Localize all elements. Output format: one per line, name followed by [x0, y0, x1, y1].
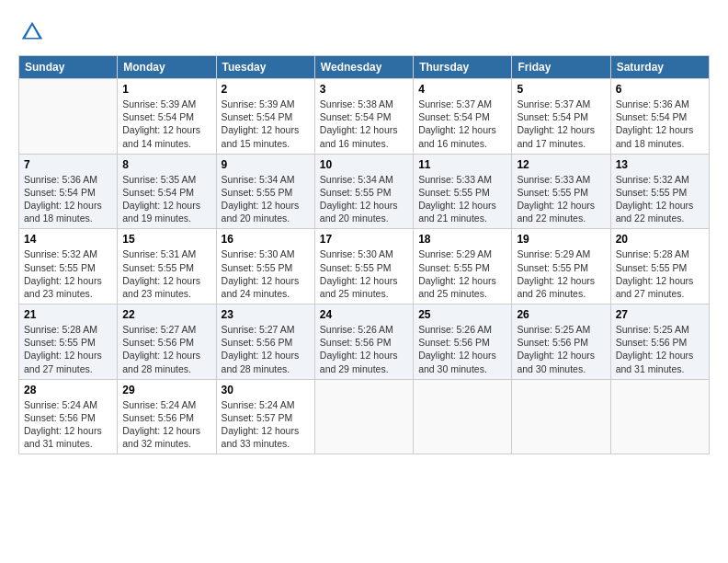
- calendar-cell: 17Sunrise: 5:30 AMSunset: 5:55 PMDayligh…: [314, 229, 413, 304]
- calendar-cell: 10Sunrise: 5:34 AMSunset: 5:55 PMDayligh…: [314, 154, 413, 229]
- calendar-cell: 24Sunrise: 5:26 AMSunset: 5:56 PMDayligh…: [314, 304, 413, 380]
- day-number: 19: [517, 233, 605, 246]
- calendar-cell: 6Sunrise: 5:36 AMSunset: 5:54 PMDaylight…: [610, 79, 709, 155]
- calendar-cell: 12Sunrise: 5:33 AMSunset: 5:55 PMDayligh…: [512, 154, 610, 229]
- calendar-cell: 27Sunrise: 5:25 AMSunset: 5:56 PMDayligh…: [610, 304, 709, 380]
- day-number: 20: [616, 233, 704, 246]
- calendar-cell: 25Sunrise: 5:26 AMSunset: 5:56 PMDayligh…: [414, 304, 512, 380]
- calendar-cell: 9Sunrise: 5:34 AMSunset: 5:55 PMDaylight…: [216, 154, 314, 229]
- calendar-week-row: 1Sunrise: 5:39 AMSunset: 5:54 PMDaylight…: [19, 79, 710, 155]
- calendar-cell: 26Sunrise: 5:25 AMSunset: 5:56 PMDayligh…: [512, 304, 610, 380]
- day-number: 8: [122, 158, 210, 171]
- calendar-cell: 4Sunrise: 5:37 AMSunset: 5:54 PMDaylight…: [414, 79, 512, 155]
- day-number: 6: [616, 83, 704, 96]
- day-info: Sunrise: 5:24 AMSunset: 5:57 PMDaylight:…: [222, 398, 310, 451]
- day-info: Sunrise: 5:36 AMSunset: 5:54 PMDaylight:…: [616, 98, 704, 150]
- day-info: Sunrise: 5:29 AMSunset: 5:55 PMDaylight:…: [517, 247, 605, 300]
- day-number: 13: [616, 158, 704, 171]
- calendar-cell: 7Sunrise: 5:36 AMSunset: 5:54 PMDaylight…: [19, 154, 118, 229]
- day-info: Sunrise: 5:32 AMSunset: 5:55 PMDaylight:…: [616, 173, 704, 225]
- weekday-header: Friday: [512, 56, 610, 79]
- calendar-cell: 18Sunrise: 5:29 AMSunset: 5:55 PMDayligh…: [414, 229, 512, 304]
- calendar-cell: 30Sunrise: 5:24 AMSunset: 5:57 PMDayligh…: [216, 379, 314, 454]
- weekday-header: Tuesday: [216, 56, 314, 79]
- calendar-cell: 11Sunrise: 5:33 AMSunset: 5:55 PMDayligh…: [414, 154, 512, 229]
- day-info: Sunrise: 5:37 AMSunset: 5:54 PMDaylight:…: [517, 98, 605, 150]
- day-info: Sunrise: 5:35 AMSunset: 5:54 PMDaylight:…: [122, 173, 210, 225]
- calendar-week-row: 7Sunrise: 5:36 AMSunset: 5:54 PMDaylight…: [19, 154, 710, 229]
- day-number: 16: [222, 233, 310, 246]
- day-info: Sunrise: 5:27 AMSunset: 5:56 PMDaylight:…: [122, 323, 210, 375]
- day-number: 3: [320, 83, 408, 96]
- day-number: 30: [222, 384, 310, 396]
- day-info: Sunrise: 5:32 AMSunset: 5:55 PMDaylight:…: [24, 247, 112, 300]
- day-number: 28: [24, 384, 112, 396]
- day-number: 4: [418, 83, 506, 96]
- calendar-week-row: 28Sunrise: 5:24 AMSunset: 5:56 PMDayligh…: [19, 379, 710, 454]
- day-info: Sunrise: 5:24 AMSunset: 5:56 PMDaylight:…: [24, 398, 112, 451]
- calendar-cell: 28Sunrise: 5:24 AMSunset: 5:56 PMDayligh…: [19, 379, 118, 454]
- day-number: 17: [320, 233, 408, 246]
- calendar-cell: 29Sunrise: 5:24 AMSunset: 5:56 PMDayligh…: [118, 379, 216, 454]
- day-info: Sunrise: 5:34 AMSunset: 5:55 PMDaylight:…: [320, 173, 408, 225]
- day-info: Sunrise: 5:25 AMSunset: 5:56 PMDaylight:…: [616, 323, 704, 375]
- calendar-header-row: SundayMondayTuesdayWednesdayThursdayFrid…: [19, 56, 710, 79]
- weekday-header: Wednesday: [314, 56, 413, 79]
- calendar-cell: 13Sunrise: 5:32 AMSunset: 5:55 PMDayligh…: [610, 154, 709, 229]
- day-number: 1: [122, 83, 210, 96]
- calendar-cell: [414, 379, 512, 454]
- day-info: Sunrise: 5:24 AMSunset: 5:56 PMDaylight:…: [122, 398, 210, 451]
- calendar-cell: 15Sunrise: 5:31 AMSunset: 5:55 PMDayligh…: [118, 229, 216, 304]
- day-info: Sunrise: 5:25 AMSunset: 5:56 PMDaylight:…: [517, 323, 605, 375]
- calendar-cell: 22Sunrise: 5:27 AMSunset: 5:56 PMDayligh…: [118, 304, 216, 380]
- day-number: 12: [517, 158, 605, 171]
- day-info: Sunrise: 5:29 AMSunset: 5:55 PMDaylight:…: [418, 247, 506, 300]
- day-number: 10: [320, 158, 408, 171]
- day-info: Sunrise: 5:37 AMSunset: 5:54 PMDaylight:…: [418, 98, 506, 150]
- day-info: Sunrise: 5:30 AMSunset: 5:55 PMDaylight:…: [222, 247, 310, 300]
- day-number: 24: [320, 308, 408, 321]
- day-number: 21: [24, 308, 112, 321]
- day-info: Sunrise: 5:31 AMSunset: 5:55 PMDaylight:…: [122, 247, 210, 300]
- calendar-cell: 20Sunrise: 5:28 AMSunset: 5:55 PMDayligh…: [610, 229, 709, 304]
- day-number: 27: [616, 308, 704, 321]
- day-number: 18: [418, 233, 506, 246]
- calendar-cell: 21Sunrise: 5:28 AMSunset: 5:55 PMDayligh…: [19, 304, 118, 380]
- day-info: Sunrise: 5:34 AMSunset: 5:55 PMDaylight:…: [222, 173, 310, 225]
- calendar-cell: 1Sunrise: 5:39 AMSunset: 5:54 PMDaylight…: [118, 79, 216, 155]
- day-number: 14: [24, 233, 112, 246]
- calendar-week-row: 14Sunrise: 5:32 AMSunset: 5:55 PMDayligh…: [19, 229, 710, 304]
- day-info: Sunrise: 5:26 AMSunset: 5:56 PMDaylight:…: [320, 323, 408, 375]
- weekday-header: Thursday: [414, 56, 512, 79]
- calendar-cell: [610, 379, 709, 454]
- calendar-week-row: 21Sunrise: 5:28 AMSunset: 5:55 PMDayligh…: [19, 304, 710, 380]
- calendar-cell: 8Sunrise: 5:35 AMSunset: 5:54 PMDaylight…: [118, 154, 216, 229]
- day-number: 9: [222, 158, 310, 171]
- page-header: [18, 18, 710, 46]
- day-info: Sunrise: 5:30 AMSunset: 5:55 PMDaylight:…: [320, 247, 408, 300]
- weekday-header: Sunday: [19, 56, 118, 79]
- day-info: Sunrise: 5:28 AMSunset: 5:55 PMDaylight:…: [616, 247, 704, 300]
- logo-icon: [18, 18, 46, 46]
- calendar-cell: 2Sunrise: 5:39 AMSunset: 5:54 PMDaylight…: [216, 79, 314, 155]
- weekday-header: Saturday: [610, 56, 709, 79]
- day-number: 11: [418, 158, 506, 171]
- calendar-cell: [19, 79, 118, 155]
- day-info: Sunrise: 5:36 AMSunset: 5:54 PMDaylight:…: [24, 173, 112, 225]
- day-number: 2: [222, 83, 310, 96]
- weekday-header: Monday: [118, 56, 216, 79]
- day-number: 7: [24, 158, 112, 171]
- calendar-cell: 14Sunrise: 5:32 AMSunset: 5:55 PMDayligh…: [19, 229, 118, 304]
- day-info: Sunrise: 5:39 AMSunset: 5:54 PMDaylight:…: [222, 98, 310, 150]
- day-number: 23: [222, 308, 310, 321]
- day-number: 15: [122, 233, 210, 246]
- day-info: Sunrise: 5:39 AMSunset: 5:54 PMDaylight:…: [122, 98, 210, 150]
- calendar-cell: 16Sunrise: 5:30 AMSunset: 5:55 PMDayligh…: [216, 229, 314, 304]
- logo: [18, 18, 51, 46]
- day-info: Sunrise: 5:33 AMSunset: 5:55 PMDaylight:…: [418, 173, 506, 225]
- day-number: 26: [517, 308, 605, 321]
- calendar-cell: 3Sunrise: 5:38 AMSunset: 5:54 PMDaylight…: [314, 79, 413, 155]
- day-info: Sunrise: 5:33 AMSunset: 5:55 PMDaylight:…: [517, 173, 605, 225]
- day-info: Sunrise: 5:26 AMSunset: 5:56 PMDaylight:…: [418, 323, 506, 375]
- day-number: 5: [517, 83, 605, 96]
